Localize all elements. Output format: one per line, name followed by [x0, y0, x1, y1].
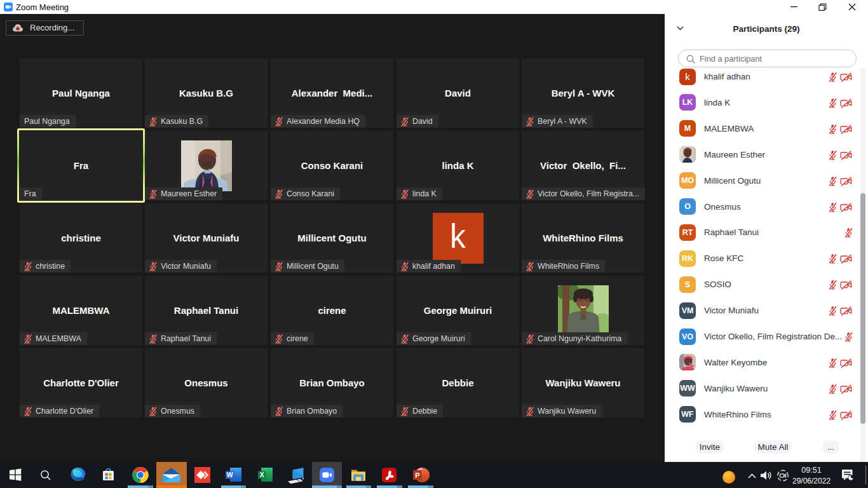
- svg-text:X: X: [260, 471, 264, 478]
- svg-text:P: P: [415, 471, 419, 479]
- svg-text:W: W: [227, 471, 233, 478]
